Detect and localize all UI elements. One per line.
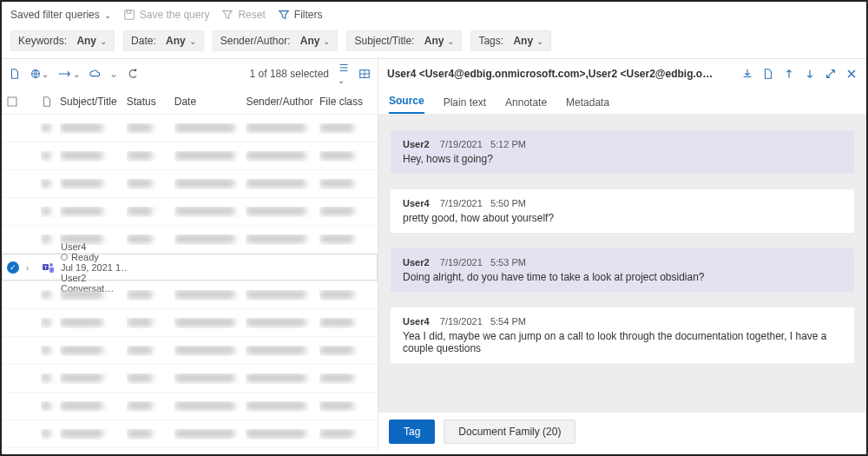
detail-header-actions: [741, 68, 858, 80]
tab-annotate[interactable]: Annotate: [505, 96, 547, 114]
col-fileclass[interactable]: File class: [319, 96, 372, 108]
list-view-icon[interactable]: ⌄: [338, 62, 350, 86]
table-row[interactable]: [2, 115, 378, 142]
arrow-up-icon[interactable]: [783, 68, 795, 80]
reset-button[interactable]: Reset: [221, 9, 265, 21]
message-meta: User4 7/19/2021 5:50 PM: [403, 198, 842, 208]
save-query-button[interactable]: Save the query: [123, 9, 210, 21]
message-meta: User2 7/19/2021 5:12 PM: [403, 139, 842, 149]
arrow-down-icon[interactable]: [804, 68, 816, 80]
results-pane: ⌄ ⌄ ⌄ 1 of 188 selected ⌄ Subject/Title …: [2, 59, 378, 451]
selection-summary: 1 of 188 selected: [250, 68, 329, 80]
table-row[interactable]: [2, 337, 378, 365]
detail-tabs: Source Plain text Annotate Metadata: [378, 89, 866, 115]
message-meta: User2 7/19/2021 5:53 PM: [403, 257, 842, 268]
detail-title: User4 <User4@edbig.onmicrosoft.com>,User…: [387, 68, 717, 80]
table-row[interactable]: [2, 309, 378, 337]
chevron-down-icon: ⌄: [189, 36, 196, 46]
col-date[interactable]: Date: [174, 96, 247, 108]
teams-icon: T: [42, 261, 61, 274]
chevron-down-icon: ⌄: [104, 10, 111, 20]
table-row[interactable]: [2, 170, 378, 198]
tab-plaintext[interactable]: Plain text: [444, 96, 486, 114]
table-row[interactable]: [2, 365, 378, 393]
chat-message: User4 7/19/2021 5:50 PMpretty good, how …: [391, 189, 854, 233]
filters-button[interactable]: Filters: [278, 9, 323, 21]
filter-icon: [278, 9, 290, 21]
col-status[interactable]: Status: [127, 96, 174, 108]
chevron-down-icon: ⌄: [323, 36, 330, 46]
filter-pill-row: Keywords: Any⌄ Date: Any⌄ Sender/Author:…: [2, 28, 866, 58]
svg-rect-4: [8, 97, 16, 106]
message-body: Hey, hows it going?: [403, 153, 842, 165]
filter-sender[interactable]: Sender/Author: Any⌄: [213, 30, 339, 51]
table-row[interactable]: [2, 393, 378, 420]
reset-icon: [221, 9, 233, 21]
globe-dropdown[interactable]: ⌄: [30, 68, 49, 80]
chevron-down-icon: ⌄: [42, 69, 49, 79]
download-icon[interactable]: [741, 68, 753, 80]
svg-point-7: [49, 263, 53, 267]
table-row[interactable]: [2, 420, 378, 448]
results-toolbar-right: 1 of 188 selected ⌄: [250, 62, 371, 86]
expand-icon[interactable]: [825, 68, 837, 80]
message-body: Doing alright, do you have time to take …: [403, 271, 842, 283]
saved-filter-queries-dropdown[interactable]: Saved filter queries ⌄: [10, 9, 111, 21]
detail-header: User4 <User4@edbig.onmicrosoft.com>,User…: [378, 59, 866, 89]
col-sender[interactable]: Sender/Author: [246, 96, 319, 108]
cell-date: Jul 19, 2021 10:12 ...: [61, 262, 128, 273]
svg-text:T: T: [44, 264, 48, 269]
reset-label: Reset: [238, 9, 265, 21]
results-rows: ✓›TUser4 ReadyJul 19, 2021 10:12 ...User…: [2, 115, 378, 451]
column-headers: Subject/Title Status Date Sender/Author …: [2, 89, 378, 115]
save-query-label: Save the query: [140, 9, 210, 21]
message-body: pretty good, how about yourself?: [403, 212, 842, 224]
tag-button[interactable]: Tag: [389, 420, 435, 444]
filter-keywords[interactable]: Keywords: Any⌄: [10, 30, 115, 51]
table-row[interactable]: [2, 198, 378, 226]
filter-date[interactable]: Date: Any⌄: [123, 30, 204, 51]
arrow-dropdown[interactable]: ⌄: [57, 68, 80, 80]
tab-source[interactable]: Source: [389, 95, 424, 114]
message-body: Yea I did, maybe we can jump on a call t…: [403, 330, 842, 354]
top-toolbar: Saved filter queries ⌄ Save the query Re…: [2, 2, 866, 28]
refresh-icon[interactable]: [127, 68, 139, 80]
filters-label: Filters: [294, 9, 323, 21]
saved-filter-queries-label: Saved filter queries: [10, 9, 100, 21]
table-row[interactable]: [2, 142, 378, 170]
col-select[interactable]: [7, 96, 26, 107]
file-icon[interactable]: [9, 68, 21, 80]
cell-subject: User4 ReadyJul 19, 2021 10:12 ...User2 C…: [61, 241, 128, 294]
filter-subject[interactable]: Subject/Title: Any⌄: [346, 30, 462, 51]
message-meta: User4 7/19/2021 5:54 PM: [403, 316, 842, 327]
detail-footer: Tag Document Family (20): [378, 413, 866, 451]
new-file-icon[interactable]: [762, 68, 774, 80]
table-row[interactable]: [2, 281, 378, 309]
chevron-down-icon: ⌄: [447, 36, 454, 46]
check-icon: ✓: [7, 261, 19, 274]
chevron-down-icon: ⌄: [536, 36, 543, 46]
layout-icon[interactable]: [358, 68, 371, 80]
table-row[interactable]: [2, 226, 378, 254]
save-icon: [123, 9, 135, 21]
chat-message: User4 7/19/2021 5:54 PMYea I did, maybe …: [391, 307, 854, 363]
results-toolbar-left: ⌄ ⌄ ⌄: [9, 68, 139, 80]
chat-message: User2 7/19/2021 5:53 PMDoing alright, do…: [391, 248, 854, 292]
chevron-down-icon: ⌄: [73, 69, 80, 79]
close-icon[interactable]: [845, 68, 858, 80]
tab-metadata[interactable]: Metadata: [566, 96, 609, 114]
cell-status: Ready: [61, 252, 109, 262]
table-row-selected[interactable]: ✓›TUser4 ReadyJul 19, 2021 10:12 ...User…: [2, 254, 378, 281]
main-area: ⌄ ⌄ ⌄ 1 of 188 selected ⌄ Subject/Title …: [2, 59, 866, 451]
document-family-button[interactable]: Document Family (20): [444, 420, 575, 444]
chevron-down-icon: ⌄: [100, 36, 107, 46]
filter-tags[interactable]: Tags: Any⌄: [470, 30, 551, 51]
detail-pane: User4 <User4@edbig.onmicrosoft.com>,User…: [378, 59, 866, 451]
cloud-icon[interactable]: [89, 68, 101, 80]
expand-row-icon[interactable]: ›: [26, 263, 29, 273]
col-fileicon[interactable]: [41, 96, 60, 108]
caret-down-icon[interactable]: ⌄: [109, 68, 118, 80]
chat-message: User2 7/19/2021 5:12 PMHey, hows it goin…: [391, 130, 854, 174]
col-subject[interactable]: Subject/Title: [60, 96, 127, 108]
results-toolbar: ⌄ ⌄ ⌄ 1 of 188 selected ⌄: [2, 59, 378, 89]
